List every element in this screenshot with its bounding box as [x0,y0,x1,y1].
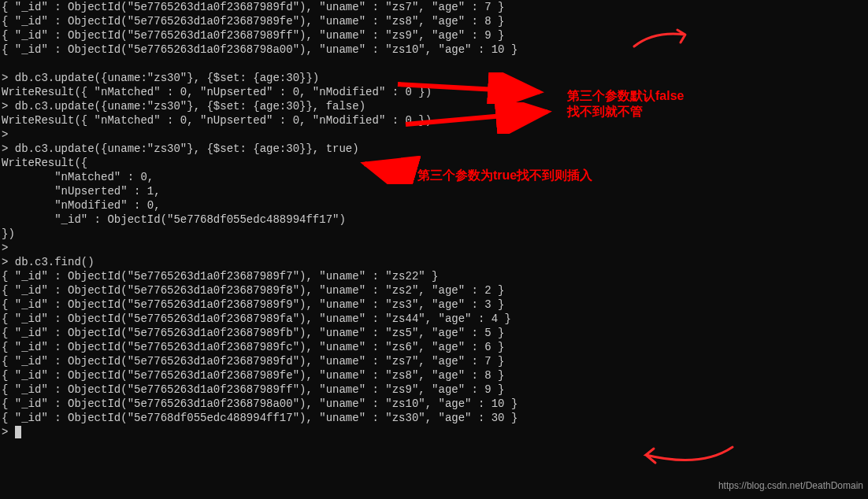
terminal-line: }) [2,227,866,241]
terminal-line: { "_id" : ObjectId("5e7765263d1a0f236879… [2,43,866,57]
cursor [15,426,21,438]
terminal-line: > db.c3.update({uname:"zs30"}, {$set: {a… [2,99,866,113]
terminal-line: > [2,425,866,439]
terminal-line: { "_id" : ObjectId("5e7765263d1a0f236879… [2,298,866,312]
terminal-line: { "_id" : ObjectId("5e7765263d1a0f236879… [2,368,866,383]
terminal-line: { "_id" : ObjectId("5e7765263d1a0f236879… [2,326,866,340]
terminal-line: > db.c3.update({uname:"zs30"}, {$set: {a… [2,71,866,85]
terminal-line: { "_id" : ObjectId("5e7765263d1a0f236879… [2,397,866,411]
terminal-line: { "_id" : ObjectId("5e7765263d1a0f236879… [2,340,866,354]
terminal-line: WriteResult({ "nMatched" : 0, "nUpserted… [2,85,866,99]
terminal-line: { "_id" : ObjectId("5e7765263d1a0f236879… [2,28,866,43]
terminal-line: "nUpserted" : 1, [2,184,866,198]
terminal-line: > [2,128,866,142]
terminal-line: { "_id" : ObjectId("5e7765263d1a0f236879… [2,383,866,397]
watermark-text: https://blog.csdn.net/DeathDomain [718,479,863,493]
freehand-arrow-icon [630,441,740,472]
terminal-line: "nModified" : 0, [2,198,866,213]
terminal-line: > db.c3.find() [2,255,866,269]
terminal-line: > db.c3.update({uname:"zs30"}, {$set: {a… [2,142,866,156]
terminal-line: { "_id" : ObjectId("5e7765263d1a0f236879… [2,283,866,298]
terminal-line: { "_id" : ObjectId("5e7765263d1a0f236879… [2,0,866,14]
terminal-line: "_id" : ObjectId("5e7768df055edc488994ff… [2,213,866,227]
terminal-line: { "_id" : ObjectId("5e7765263d1a0f236879… [2,354,866,368]
terminal-line: { "_id" : ObjectId("5e7765263d1a0f236879… [2,312,866,326]
terminal-line: "nMatched" : 0, [2,170,866,184]
terminal-line: > [2,241,866,255]
terminal-line: WriteResult({ "nMatched" : 0, "nUpserted… [2,113,866,128]
terminal-line [2,57,866,71]
terminal-line: { "_id" : ObjectId("5e7768df055edc488994… [2,411,866,425]
terminal-line: { "_id" : ObjectId("5e7765263d1a0f236879… [2,269,866,283]
terminal-line: WriteResult({ [2,156,866,170]
terminal-line: { "_id" : ObjectId("5e7765263d1a0f236879… [2,14,866,28]
terminal-output: { "_id" : ObjectId("5e7765263d1a0f236879… [0,0,868,439]
